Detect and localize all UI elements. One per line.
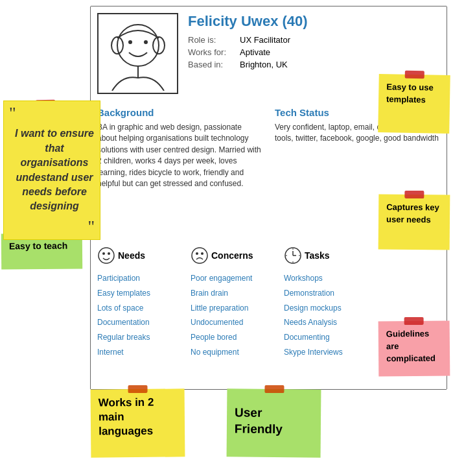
tasks-item-0: Workshops — [284, 271, 440, 286]
needs-column: Needs Participation Easy templates Lots … — [91, 240, 184, 389]
needs-header: Needs — [97, 246, 178, 265]
sticky-easy-templates: Easy to use templates — [378, 74, 450, 134]
needs-item-4: Regular breaks — [97, 330, 178, 345]
sticky-captures-text: Captures key user needs — [386, 202, 439, 224]
svg-point-20 — [201, 252, 203, 255]
concerns-column: Concerns Poor engagement Brain drain Lit… — [184, 240, 277, 389]
tape-user-friendly — [264, 385, 284, 393]
sticky-user-friendly-text: User Friendly — [235, 395, 314, 447]
svg-point-18 — [192, 248, 207, 263]
sticky-captures: Captures key user needs — [378, 195, 450, 250]
based-value: Brighton, UK — [240, 60, 288, 69]
tasks-item-2: Design mockups — [284, 301, 440, 316]
based-row: Based in: Brighton, UK — [188, 60, 308, 69]
tape-languages — [128, 385, 147, 393]
concerns-item-0: Poor engagement — [191, 271, 271, 286]
role-value: UX Facilitator — [240, 35, 290, 45]
profile-name: Felicity Uwex (40) — [188, 13, 308, 30]
needs-item-1: Easy templates — [97, 286, 178, 301]
needs-title: Needs — [118, 250, 145, 261]
quote-open: " — [9, 105, 16, 122]
sticky-languages: Works in 2 main languages — [91, 388, 185, 457]
needs-item-3: Documentation — [97, 315, 178, 330]
tape-captures — [404, 191, 424, 198]
persona-container: Felicity Uwex (40) Role is: UX Facilitat… — [0, 0, 453, 476]
concerns-list: Poor engagement Brain drain Little prepa… — [191, 271, 271, 360]
concerns-item-5: No equipment — [191, 345, 271, 360]
avatar-drawing — [106, 16, 170, 91]
svg-point-11 — [144, 40, 148, 44]
quote-close: " — [87, 219, 95, 235]
sticky-guidelines: Guidelines are complicated — [378, 321, 450, 377]
background-section: Background BA in graphic and web design,… — [91, 101, 268, 240]
works-value: Aptivate — [240, 47, 270, 57]
works-row: Works for: Aptivate — [188, 47, 308, 57]
tasks-icon — [284, 246, 302, 265]
based-label: Based in: — [188, 60, 240, 69]
concerns-item-1: Brain drain — [191, 286, 271, 301]
tasks-title: Tasks — [305, 250, 330, 261]
svg-point-10 — [128, 40, 132, 44]
concerns-item-2: Little preparation — [191, 301, 271, 316]
concerns-item-4: People bored — [191, 330, 271, 345]
background-text: BA in graphic and web design, passionate… — [97, 122, 262, 189]
svg-point-15 — [99, 248, 114, 263]
sticky-easy-templates-text: Easy to use templates — [386, 82, 434, 104]
needs-item-2: Lots of space — [97, 301, 178, 316]
sticky-languages-text: Works in 2 main languages — [99, 396, 154, 438]
needs-list: Participation Easy templates Lots of spa… — [97, 271, 178, 360]
tape-guidelines — [404, 317, 424, 325]
concerns-item-3: Undocumented — [191, 315, 271, 330]
concerns-header: Concerns — [191, 246, 271, 265]
concerns-icon — [191, 246, 209, 265]
sticky-easy-teach-text: Easy to teach — [9, 241, 67, 252]
sticky-guidelines-text: Guidelines are complicated — [386, 329, 436, 363]
needs-item-0: Participation — [97, 271, 178, 286]
profile-info: Felicity Uwex (40) Role is: UX Facilitat… — [188, 13, 308, 94]
role-row: Role is: UX Facilitator — [188, 35, 308, 45]
svg-point-19 — [196, 252, 198, 255]
sticky-user-friendly: User Friendly — [227, 388, 321, 457]
quote-text: I want to ensure that organisations unde… — [14, 126, 95, 213]
needs-icon — [97, 246, 115, 265]
background-title: Background — [97, 107, 262, 118]
tape-easy-templates — [405, 71, 424, 79]
svg-point-16 — [102, 252, 105, 255]
svg-point-17 — [108, 252, 110, 255]
needs-item-5: Internet — [97, 345, 178, 360]
quote-box: " I want to ensure that organisations un… — [3, 101, 100, 240]
role-label: Role is: — [188, 35, 240, 45]
avatar — [97, 13, 178, 94]
works-label: Works for: — [188, 47, 240, 57]
concerns-title: Concerns — [211, 250, 253, 261]
tasks-item-1: Demonstration — [284, 286, 440, 301]
